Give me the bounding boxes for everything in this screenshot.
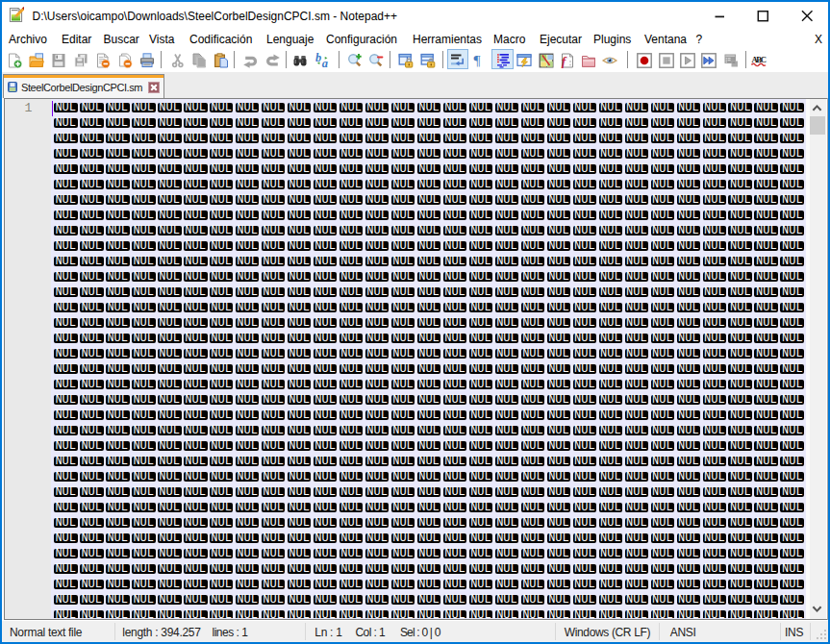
- svg-text:a: a: [322, 57, 328, 68]
- svg-text:¶: ¶: [474, 53, 481, 68]
- svg-text:ABC: ABC: [751, 55, 767, 64]
